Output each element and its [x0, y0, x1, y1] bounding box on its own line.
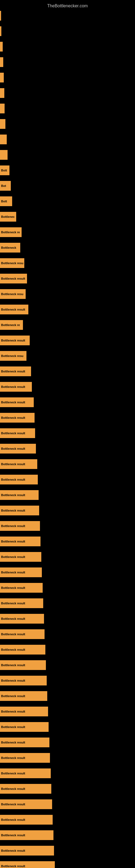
bar-label-text: Bottleneck result — [1, 540, 25, 543]
bar-fill: Bottleneck result — [0, 336, 30, 345]
bar-label-text: Bottleneck result — [1, 524, 25, 528]
bar-row: Bottleneck result — [0, 781, 135, 796]
bar-label-text: Bottleneck result — [1, 447, 25, 450]
bar-fill: Bottleneck result — [0, 799, 52, 809]
bar-row: Bottleneck result — [0, 271, 135, 286]
bar-fill: Bot — [0, 181, 11, 191]
bar-label-text: Bottleneck re — [1, 230, 20, 234]
bar-fill: Bottleneck result — [0, 274, 27, 283]
bar-row: Bottleneck result — [0, 457, 135, 471]
bar-row: Bottleneck re — [0, 317, 135, 332]
bar-label-text: Bottleneck result — [1, 432, 25, 435]
bar-label-text: Bottleneck result — [1, 710, 25, 713]
bar-label-text: Bottleneck re — [1, 323, 20, 327]
bar-row: Bottleneck — [0, 240, 135, 255]
bar-fill: Bottleneck result — [0, 444, 36, 454]
bar-fill: Bottleneck result — [0, 521, 40, 531]
bar-row: Bottleneck result — [0, 812, 135, 827]
bar-fill: Bott — [0, 196, 12, 206]
bar-row: Bottleneck result — [0, 642, 135, 657]
bar-row: Bottleneck result — [0, 549, 135, 564]
bar-fill: Bottleneck — [0, 243, 20, 252]
bar-row — [0, 101, 135, 116]
bar-row — [0, 132, 135, 147]
bar-row: Bottleneck result — [0, 534, 135, 549]
bar-row: Bottleneck result — [0, 688, 135, 703]
bar-label-text: Bottleneck resu — [1, 292, 24, 296]
bar-row: Bott — [0, 194, 135, 209]
bar-fill: Bottleneck result — [0, 490, 39, 500]
bar-row — [0, 116, 135, 131]
bar-fill: Bottleneck result — [0, 567, 42, 577]
bar-label-text: Bottleneck result — [1, 849, 25, 852]
bar-row: Bottleneck resu — [0, 255, 135, 271]
bar-label-text: Bottleneck result — [1, 617, 25, 620]
bar-label-text: Bottleneck result — [1, 370, 25, 373]
bar-row: Bottleneck result — [0, 843, 135, 858]
bar-row: Bottlenec — [0, 209, 135, 224]
bar-label-text: Bottleneck result — [1, 865, 25, 868]
bar-fill: Bottleneck result — [0, 413, 35, 423]
bar-row: Bottleneck result — [0, 750, 135, 765]
bar-fill: Bottleneck result — [0, 305, 28, 314]
bar-row: Bottleneck result — [0, 565, 135, 580]
bar-fill — [0, 26, 1, 36]
bar-row: Bottleneck result — [0, 657, 135, 673]
bar-row: Bottleneck result — [0, 766, 135, 781]
bar-fill — [0, 88, 4, 98]
bar-fill: Bottlenec — [0, 212, 16, 222]
bar-fill: Bottleneck result — [0, 846, 54, 856]
bar-label-text: Bottleneck result — [1, 834, 25, 837]
bars-container: BottBotBottBottlenecBottleneck reBottlen… — [0, 8, 135, 868]
bar-label-text: Bottleneck result — [1, 555, 25, 558]
bar-fill: Bottleneck result — [0, 382, 32, 392]
bar-fill: Bottleneck result — [0, 598, 43, 608]
bar-fill: Bottleneck result — [0, 506, 39, 516]
bar-row: Bottleneck re — [0, 225, 135, 240]
bar-fill — [0, 57, 3, 67]
bar-row: Bottleneck result — [0, 302, 135, 317]
bar-row: Bottleneck result — [0, 596, 135, 611]
bar-fill — [0, 134, 7, 144]
bar-fill: Bottleneck result — [0, 691, 47, 701]
bar-row: Bottleneck resu — [0, 348, 135, 363]
bar-fill: Bott — [0, 165, 9, 175]
bar-fill — [0, 104, 5, 113]
bar-label-text: Bottleneck result — [1, 401, 25, 404]
bar-fill: Bottleneck re — [0, 320, 23, 330]
bar-row: Bottleneck result — [0, 518, 135, 533]
bar-row: Bottleneck result — [0, 472, 135, 487]
bar-label-text: Bottleneck result — [1, 632, 25, 636]
bar-label-text: Bottleneck result — [1, 772, 25, 775]
bar-row: Bottleneck result — [0, 333, 135, 348]
bar-fill: Bottleneck result — [0, 830, 53, 840]
bar-row — [0, 8, 135, 23]
bar-row — [0, 147, 135, 162]
bar-row: Bottleneck result — [0, 704, 135, 719]
bar-fill: Bottleneck result — [0, 428, 35, 438]
bar-fill: Bottleneck result — [0, 784, 51, 794]
bar-row: Bottleneck result — [0, 410, 135, 425]
bar-fill: Bottleneck result — [0, 397, 34, 407]
bar-label-text: Bottleneck result — [1, 308, 25, 311]
bar-label-text: Bottleneck result — [1, 787, 25, 790]
bar-fill: Bottleneck resu — [0, 258, 24, 268]
bar-label-text: Bot — [1, 184, 6, 187]
bar-row: Bottleneck result — [0, 580, 135, 595]
bar-row: Bottleneck result — [0, 441, 135, 456]
bar-fill: Bottleneck result — [0, 660, 46, 670]
bar-row: Bottleneck result — [0, 379, 135, 394]
bar-label-text: Bottleneck result — [1, 463, 25, 466]
bar-row: Bott — [0, 163, 135, 178]
bar-fill: Bottleneck result — [0, 707, 48, 716]
bar-row: Bottleneck result — [0, 611, 135, 626]
bar-fill: Bottleneck result — [0, 722, 49, 732]
bar-fill: Bottleneck result — [0, 367, 31, 376]
bar-row: Bottleneck result — [0, 426, 135, 440]
bar-row: Bottleneck result — [0, 503, 135, 518]
bar-label-text: Bottleneck — [1, 246, 16, 249]
bar-row — [0, 24, 135, 38]
bar-fill — [0, 119, 5, 129]
bar-row: Bottleneck result — [0, 735, 135, 750]
bar-fill — [0, 11, 1, 21]
